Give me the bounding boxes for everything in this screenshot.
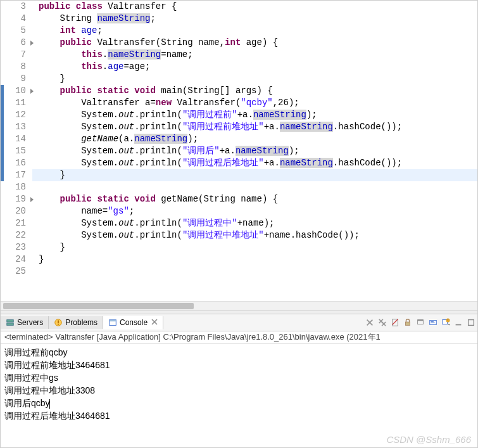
code-line[interactable]: 14 getName(a.nameString); bbox=[1, 133, 477, 145]
code-text[interactable]: } bbox=[32, 73, 65, 85]
console-icon bbox=[108, 318, 117, 327]
code-text[interactable]: } bbox=[32, 253, 44, 266]
horizontal-scrollbar[interactable] bbox=[1, 301, 477, 310]
problems-icon bbox=[54, 318, 63, 327]
console-line: 调用后qcby bbox=[4, 397, 474, 409]
code-line[interactable]: 12 System.out.println("调用过程前"+a.nameStri… bbox=[1, 109, 477, 121]
line-number[interactable]: 24 bbox=[1, 253, 32, 266]
code-text[interactable]: System.out.println("调用后"+a.nameString); bbox=[32, 145, 299, 157]
code-line[interactable]: 11 Valtransfer a=new Valtransfer("qcby",… bbox=[1, 97, 477, 109]
tab-bar: Servers Problems Console bbox=[1, 314, 477, 331]
bottom-panel: Servers Problems Console bbox=[1, 314, 477, 447]
code-text[interactable]: System.out.println("调用过程中"+name); bbox=[32, 217, 275, 229]
code-text[interactable]: public class Valtransfer { bbox=[32, 1, 177, 13]
code-line[interactable]: 15 System.out.println("调用后"+a.nameString… bbox=[1, 145, 477, 157]
code-line[interactable]: 18 bbox=[1, 181, 477, 193]
line-number[interactable]: 21 bbox=[1, 217, 32, 229]
code-text[interactable]: System.out.println("调用过程前"+a.nameString)… bbox=[32, 109, 317, 121]
line-number[interactable]: 23 bbox=[1, 241, 32, 253]
pin-console-icon[interactable] bbox=[414, 317, 427, 328]
code-text[interactable]: public static void main(String[] args) { bbox=[32, 85, 273, 97]
line-number[interactable]: 14 bbox=[1, 133, 32, 145]
line-number[interactable]: 3 bbox=[1, 1, 32, 13]
svg-rect-26 bbox=[456, 324, 462, 326]
svg-rect-25 bbox=[448, 319, 449, 321]
line-number[interactable]: 11 bbox=[1, 97, 32, 109]
tab-servers[interactable]: Servers bbox=[1, 316, 49, 329]
svg-rect-0 bbox=[7, 320, 14, 323]
remove-all-icon[interactable] bbox=[376, 317, 389, 328]
code-line[interactable]: 23 } bbox=[1, 241, 477, 253]
svg-rect-27 bbox=[469, 320, 474, 326]
line-number[interactable]: 6 bbox=[1, 37, 32, 49]
code-text[interactable]: getName(a.nameString); bbox=[32, 133, 198, 145]
line-number[interactable]: 25 bbox=[1, 266, 32, 278]
code-line[interactable]: 9 } bbox=[1, 73, 477, 85]
code-text[interactable]: System.out.println("调用过程后堆地址"+a.nameStri… bbox=[32, 157, 402, 169]
code-editor[interactable]: 3public class Valtransfer {4 String name… bbox=[1, 1, 477, 301]
line-number[interactable]: 17 bbox=[1, 169, 32, 181]
minimize-icon[interactable] bbox=[452, 317, 465, 328]
line-number[interactable]: 15 bbox=[1, 145, 32, 157]
code-text[interactable]: int age; bbox=[32, 25, 103, 37]
svg-rect-6 bbox=[110, 320, 116, 322]
svg-rect-1 bbox=[7, 323, 14, 326]
code-text[interactable]: this.nameString=name; bbox=[32, 49, 193, 61]
line-number[interactable]: 16 bbox=[1, 157, 32, 169]
code-text[interactable]: public Valtransfer(String name,int age) … bbox=[32, 37, 278, 49]
remove-launch-icon[interactable] bbox=[363, 317, 376, 328]
line-number[interactable]: 22 bbox=[1, 229, 32, 241]
svg-rect-19 bbox=[418, 320, 424, 321]
code-text[interactable]: System.out.println("调用过程前堆地址"+a.nameStri… bbox=[32, 121, 402, 133]
code-line[interactable]: 10 public static void main(String[] args… bbox=[1, 85, 477, 97]
code-text[interactable]: } bbox=[32, 169, 65, 181]
svg-line-16 bbox=[393, 319, 398, 325]
code-text[interactable]: } bbox=[32, 241, 65, 253]
code-line[interactable]: 19 public static void getName(String nam… bbox=[1, 193, 477, 205]
line-number[interactable]: 19 bbox=[1, 193, 32, 205]
tab-console[interactable]: Console bbox=[103, 316, 163, 330]
code-line[interactable]: 3public class Valtransfer { bbox=[1, 1, 477, 13]
code-line[interactable]: 16 System.out.println("调用过程后堆地址"+a.nameS… bbox=[1, 157, 477, 169]
open-console-dropdown-icon[interactable] bbox=[439, 317, 452, 328]
tab-problems[interactable]: Problems bbox=[49, 316, 103, 329]
code-line[interactable]: 17 } bbox=[1, 169, 477, 181]
code-line[interactable]: 25 bbox=[1, 266, 477, 278]
line-number[interactable]: 9 bbox=[1, 73, 32, 85]
console-output[interactable]: 调用过程前qcby调用过程前堆地址3464681调用过程中gs调用过程中堆地址3… bbox=[1, 343, 477, 447]
code-text[interactable]: public static void getName(String name) … bbox=[32, 193, 278, 205]
code-text[interactable]: String nameString; bbox=[32, 13, 156, 25]
code-line[interactable]: 4 String nameString; bbox=[1, 13, 477, 25]
line-number[interactable]: 4 bbox=[1, 13, 32, 25]
code-line[interactable]: 24} bbox=[1, 253, 477, 266]
console-line: 调用过程后堆地址3464681 bbox=[4, 409, 474, 422]
close-icon[interactable] bbox=[151, 318, 158, 327]
code-line[interactable]: 13 System.out.println("调用过程前堆地址"+a.nameS… bbox=[1, 121, 477, 133]
display-selected-icon[interactable] bbox=[427, 317, 439, 328]
code-text[interactable]: this.age=age; bbox=[32, 61, 150, 73]
scroll-lock-icon[interactable] bbox=[401, 317, 414, 328]
line-number[interactable]: 12 bbox=[1, 109, 32, 121]
code-line[interactable]: 6 public Valtransfer(String name,int age… bbox=[1, 37, 477, 49]
line-number[interactable]: 5 bbox=[1, 25, 32, 37]
line-number[interactable]: 20 bbox=[1, 205, 32, 217]
line-number[interactable]: 7 bbox=[1, 49, 32, 61]
code-text[interactable]: System.out.println("调用过程中堆地址"+name.hashC… bbox=[32, 229, 360, 241]
line-number[interactable]: 8 bbox=[1, 61, 32, 73]
code-line[interactable]: 5 int age; bbox=[1, 25, 477, 37]
code-line[interactable]: 21 System.out.println("调用过程中"+name); bbox=[1, 217, 477, 229]
code-line[interactable]: 7 this.nameString=name; bbox=[1, 49, 477, 61]
clear-console-icon[interactable] bbox=[389, 317, 401, 328]
console-line: 调用过程前qcby bbox=[4, 346, 474, 359]
code-line[interactable]: 8 this.age=age; bbox=[1, 61, 477, 73]
line-number[interactable]: 10 bbox=[1, 85, 32, 97]
line-number[interactable]: 13 bbox=[1, 121, 32, 133]
code-line[interactable]: 22 System.out.println("调用过程中堆地址"+name.ha… bbox=[1, 229, 477, 241]
code-text[interactable]: Valtransfer a=new Valtransfer("qcby",26)… bbox=[32, 97, 299, 109]
maximize-icon[interactable] bbox=[465, 317, 477, 328]
svg-rect-4 bbox=[58, 324, 59, 325]
code-line[interactable]: 20 name="gs"; bbox=[1, 205, 477, 217]
code-text[interactable]: name="gs"; bbox=[32, 205, 134, 217]
line-number[interactable]: 18 bbox=[1, 181, 32, 193]
scrollbar-thumb[interactable] bbox=[3, 303, 194, 309]
